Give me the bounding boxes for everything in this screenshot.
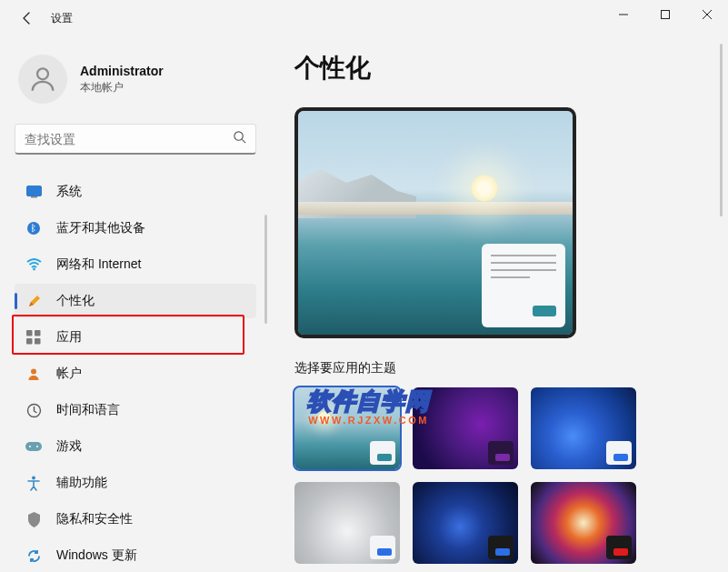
svg-rect-15 [25,442,42,451]
nav-item-system[interactable]: 系统 [15,175,256,209]
theme-accent-chip [488,441,514,465]
nav-label: 辅助功能 [56,475,107,491]
svg-point-8 [33,268,35,271]
nav: 系统 蓝牙和其他设备 网络和 Internet 个性化 应用 帐户 [15,175,273,572]
minimize-icon [619,10,628,19]
nav-label: 游戏 [56,438,82,455]
preview-sun [471,175,498,202]
accent-bar [495,548,510,556]
page-title: 个性化 [294,51,704,85]
accent-bar [613,454,628,461]
nav-label: 应用 [56,329,82,346]
svg-rect-6 [31,196,37,198]
svg-line-4 [242,139,245,143]
nav-item-network[interactable]: 网络和 Internet [15,247,256,282]
nav-item-accessibility[interactable]: 辅助功能 [15,466,256,500]
nav-item-personalization[interactable]: 个性化 [15,284,256,318]
nav-label: 个性化 [56,293,95,309]
theme-option-6[interactable] [531,482,636,564]
monitor-icon [25,184,42,200]
nav-label: Windows 更新 [56,547,137,564]
update-icon [25,547,42,564]
clock-globe-icon [25,402,42,418]
svg-point-17 [36,446,38,447]
accent-bar [495,454,510,461]
nav-item-privacy[interactable]: 隐私和安全性 [15,502,256,537]
svg-point-13 [31,369,36,375]
svg-rect-5 [26,186,41,196]
preview-accent-color [533,306,556,316]
user-name: Administrator [80,64,164,78]
svg-rect-11 [26,338,33,345]
shield-icon [25,511,42,527]
titlebar: 设置 [0,0,728,36]
minimize-button[interactable] [603,0,644,29]
theme-option-5[interactable] [413,482,518,564]
nav-item-bluetooth[interactable]: 蓝牙和其他设备 [15,211,256,246]
maximize-button[interactable] [644,0,686,29]
svg-point-16 [29,446,31,447]
avatar [18,55,67,104]
nav-item-time-language[interactable]: 时间和语言 [15,393,256,427]
main-scrollbar[interactable] [720,44,723,216]
svg-rect-12 [35,338,41,345]
back-button[interactable] [16,7,38,29]
search-box[interactable] [15,124,256,155]
accessibility-icon [25,475,42,491]
theme-option-3[interactable] [531,387,636,469]
svg-rect-9 [26,330,33,336]
theme-accent-chip [606,441,632,465]
nav-label: 帐户 [56,366,82,382]
theme-accent-chip [606,536,632,559]
user-block[interactable]: Administrator 本地帐户 [15,55,273,104]
gamepad-icon [25,438,42,455]
accent-bar [613,548,628,556]
nav-label: 蓝牙和其他设备 [56,220,145,236]
preview-window-card [482,244,565,327]
theme-accent-chip [488,536,514,559]
nav-label: 网络和 Internet [56,256,141,273]
sidebar-scrollbar[interactable] [264,215,267,324]
svg-rect-1 [662,11,670,19]
nav-item-accounts[interactable]: 帐户 [15,356,256,391]
close-icon [703,10,712,19]
theme-accent-chip [370,536,395,559]
nav-item-apps[interactable]: 应用 [15,320,256,355]
account-icon [25,366,42,382]
theme-option-2[interactable] [413,387,518,469]
nav-label: 时间和语言 [56,402,120,418]
svg-point-7 [27,222,40,235]
themes-grid [294,387,704,564]
close-button[interactable] [686,0,728,29]
person-icon [27,64,58,95]
theme-option-1[interactable] [294,387,400,469]
nav-item-windows-update[interactable]: Windows 更新 [15,538,256,572]
maximize-icon [661,10,670,19]
sidebar: Administrator 本地帐户 系统 蓝牙和其他设备 网络和 Intern… [0,36,273,572]
main-content: 个性化 选择要应用的主题 [273,36,728,572]
window-controls [603,0,728,29]
svg-rect-10 [35,330,41,336]
desktop-preview [294,107,576,338]
arrow-left-icon [20,11,35,25]
svg-point-18 [32,476,35,479]
nav-label: 系统 [56,184,82,200]
nav-label: 隐私和安全性 [56,511,133,527]
theme-accent-chip [370,441,395,465]
user-subtitle: 本地帐户 [80,80,164,95]
theme-option-4[interactable] [294,482,400,564]
svg-point-3 [234,132,243,140]
accent-bar [377,454,392,461]
window-title: 设置 [51,11,73,26]
bluetooth-icon [25,220,42,236]
search-icon [233,130,246,147]
paintbrush-icon [25,293,42,309]
svg-point-2 [37,68,48,79]
accent-bar [377,548,392,556]
search-input[interactable] [25,132,233,146]
wifi-icon [25,256,42,273]
preview-shore [298,202,573,215]
nav-item-gaming[interactable]: 游戏 [15,429,256,464]
apps-icon [25,329,42,346]
themes-section-label: 选择要应用的主题 [294,360,704,376]
